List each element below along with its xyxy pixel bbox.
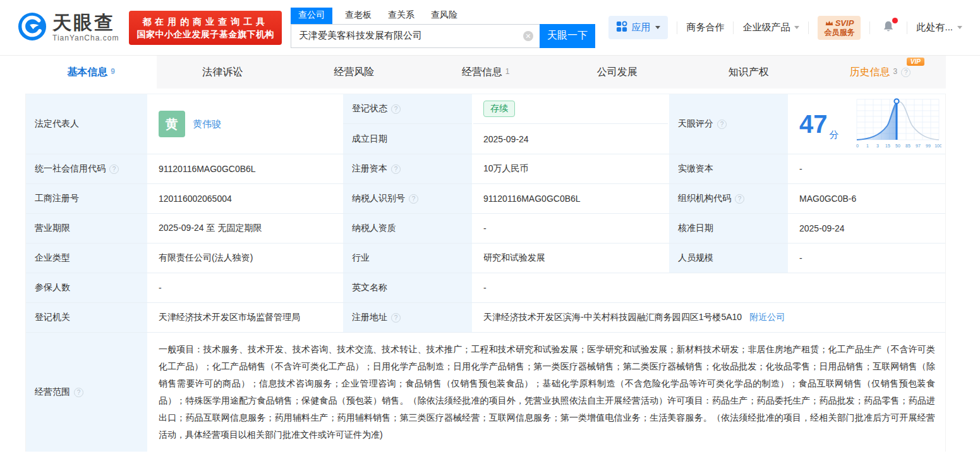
- tab-label: 公司发展: [597, 66, 638, 79]
- slogan-line2: 国家中小企业发展子基金旗下机构: [136, 28, 274, 40]
- nearby-companies-link[interactable]: 附近公司: [749, 312, 785, 323]
- help-icon[interactable]: ?: [74, 388, 83, 397]
- org-code-value: MAG0GC0B-6: [789, 184, 945, 213]
- svip-member-button[interactable]: SVIP 会员服务: [818, 16, 861, 40]
- top-right-nav: 应用 商务合作 企业级产品 SVIP 会员服务: [608, 16, 962, 40]
- table-row: 法定代表人 黄 黄伟骏 登记状态? 成立日期 存续 2025-09-24 天眼评…: [26, 94, 945, 154]
- tab-history-info[interactable]: VIP 历史信息 3 ?: [814, 56, 946, 89]
- user-account-menu[interactable]: 此处有...: [916, 22, 962, 34]
- reg-status-label: 登记状态?: [343, 94, 472, 124]
- search-tab-risk[interactable]: 查风险: [431, 8, 457, 24]
- uscc-value: 91120116MAG0GC0B6L: [148, 154, 342, 183]
- tab-operation-info[interactable]: 经营信息 1: [420, 56, 551, 89]
- svg-text:97: 97: [916, 144, 921, 148]
- search-tab-relation[interactable]: 查关系: [388, 8, 414, 24]
- apps-label: 应用: [631, 22, 650, 34]
- help-icon[interactable]: ?: [901, 68, 910, 77]
- tab-company-development[interactable]: 公司发展: [552, 56, 683, 89]
- tab-legal-litigation[interactable]: 法律诉讼: [157, 56, 288, 89]
- section-tabbar: 基本信息 9 法律诉讼 经营风险 经营信息 1 公司发展 知识产权 VIP 历史…: [25, 56, 946, 89]
- help-icon[interactable]: ?: [391, 104, 401, 114]
- chevron-down-icon: [957, 26, 962, 29]
- tab-label: 经营风险: [334, 66, 374, 79]
- tab-count: 1: [505, 67, 510, 76]
- business-term-value: 2025-09-24 至 无固定期限: [148, 214, 342, 243]
- legal-rep-link[interactable]: 黄伟骏: [193, 118, 221, 130]
- score-number: 47分: [799, 111, 839, 137]
- search-tabs: 查公司 查老板 查关系 查风险: [291, 8, 595, 24]
- apps-grid-icon: [616, 21, 627, 34]
- top-header: 天眼查 TianYanCha.com 都在用的商业查询工具 国家中小企业发展子基…: [0, 0, 980, 56]
- svg-text:0: 0: [856, 144, 859, 148]
- score-value: 47分: [789, 94, 945, 154]
- tab-intellectual-property[interactable]: 知识产权: [683, 56, 814, 89]
- taxpayer-quality-label: 纳税人资质: [343, 214, 472, 243]
- table-row: 统一社会信用代码? 91120116MAG0GC0B6L 注册资本? 10万人民…: [26, 154, 945, 184]
- help-icon[interactable]: ?: [109, 164, 119, 174]
- reg-authority-value: 天津经济技术开发区市场监督管理局: [148, 303, 342, 332]
- svg-text:15: 15: [885, 144, 890, 148]
- industry-value: 研究和试验发展: [473, 244, 668, 273]
- divider: [907, 22, 907, 34]
- slogan-line1: 都在用的商业查询工具: [136, 15, 274, 28]
- business-coop-link[interactable]: 商务合作: [686, 22, 724, 34]
- uscc-label: 统一社会信用代码?: [26, 154, 147, 183]
- search-tab-company[interactable]: 查公司: [291, 8, 332, 24]
- notification-bell-icon[interactable]: [881, 20, 895, 36]
- user-account-label: 此处有...: [916, 22, 953, 34]
- tab-label: 历史信息: [850, 66, 890, 79]
- svg-text:50: 50: [895, 144, 900, 148]
- help-icon[interactable]: ?: [717, 120, 727, 129]
- divider: [808, 22, 809, 34]
- notification-dot: [892, 18, 898, 23]
- taxpayer-id-label: 纳税人识别号?: [343, 184, 472, 213]
- paid-capital-value: -: [789, 154, 945, 183]
- approval-date-label: 核准日期: [669, 214, 788, 243]
- insured-value: -: [148, 273, 342, 302]
- tab-basic-info[interactable]: 基本信息 9: [25, 56, 157, 89]
- reg-number-value: 120116002065004: [148, 184, 342, 213]
- table-row: 营业期限 2025-09-24 至 无固定期限 纳税人资质 - 核准日期 202…: [26, 214, 945, 244]
- stacked-labels: 登记状态? 成立日期: [343, 94, 472, 154]
- score-curve-chart: 0 1 3 15 50 85 97 99 100: [854, 96, 941, 153]
- enterprise-product-label: 企业级产品: [742, 22, 790, 34]
- chevron-down-icon: [655, 26, 660, 29]
- company-type-label: 企业类型: [26, 244, 147, 273]
- status-badge: 存续: [483, 101, 515, 117]
- business-scope-value: 一般项目：技术服务、技术开发、技术咨询、技术交流、技术转让、技术推广；工程和技术…: [148, 333, 945, 452]
- search-input[interactable]: [291, 24, 540, 48]
- search-tab-boss[interactable]: 查老板: [345, 8, 372, 24]
- taxpayer-quality-value: -: [473, 214, 668, 243]
- table-row: 企业类型 有限责任公司(法人独资) 行业 研究和试验发展 人员规模 -: [26, 244, 945, 273]
- insured-label: 参保人数: [26, 273, 147, 302]
- enterprise-product-menu[interactable]: 企业级产品: [742, 22, 799, 34]
- svg-text:1: 1: [866, 144, 869, 148]
- reg-address-value: 天津经济技术开发区滨海-中关村科技园融汇商务园四区1号楼5A10 附近公司: [473, 303, 945, 332]
- apps-menu[interactable]: 应用: [608, 16, 668, 39]
- search-button[interactable]: 天眼一下: [540, 24, 595, 48]
- brand-domain: TianYanCha.com: [52, 34, 119, 42]
- table-row: 工商注册号 120116002065004 纳税人识别号? 91120116MA…: [26, 184, 945, 214]
- legal-rep-label: 法定代表人: [26, 94, 147, 154]
- reg-authority-label: 登记机关: [26, 303, 147, 332]
- table-row: 参保人数 - 英文名称 -: [26, 273, 945, 303]
- help-icon[interactable]: ?: [391, 313, 401, 323]
- org-code-label: 组织机构代码?: [669, 184, 788, 213]
- help-icon[interactable]: ?: [409, 194, 418, 204]
- reg-status-value: 存续: [473, 94, 668, 124]
- tab-label: 法律诉讼: [202, 66, 243, 79]
- divider: [677, 22, 677, 34]
- svip-label: SVIP: [835, 18, 854, 28]
- tab-count: 9: [111, 67, 115, 76]
- help-icon[interactable]: ?: [735, 194, 744, 204]
- table-row: 经营范围? 一般项目：技术服务、技术开发、技术咨询、技术交流、技术转让、技术推广…: [26, 333, 945, 452]
- chevron-down-icon: [794, 26, 799, 29]
- legal-rep-value: 黄 黄伟骏: [148, 94, 342, 154]
- avatar[interactable]: 黄: [159, 111, 185, 137]
- help-icon[interactable]: ?: [391, 164, 401, 174]
- tab-operation-risk[interactable]: 经营风险: [288, 56, 420, 89]
- industry-label: 行业: [343, 244, 472, 273]
- clear-icon[interactable]: ✕: [523, 31, 533, 41]
- company-info-table: 法定代表人 黄 黄伟骏 登记状态? 成立日期 存续 2025-09-24 天眼评…: [25, 94, 946, 452]
- tianyancha-logo[interactable]: 天眼查 TianYanCha.com: [18, 12, 119, 44]
